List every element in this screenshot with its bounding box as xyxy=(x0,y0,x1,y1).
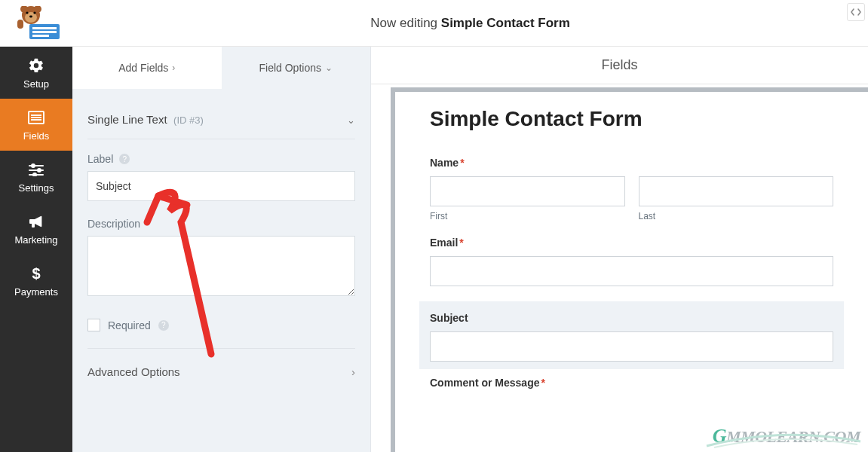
description-input[interactable] xyxy=(87,236,355,296)
label-option-title: Label xyxy=(87,153,113,165)
nav-marketing-label: Marketing xyxy=(14,234,57,246)
form-title: Simple Contact Form xyxy=(430,107,833,131)
nav-setup-label: Setup xyxy=(23,78,49,90)
top-bar: Now editing Simple Contact Form xyxy=(0,0,868,47)
svg-point-21 xyxy=(33,173,36,176)
tab-add-fields[interactable]: Add Fields › xyxy=(72,47,222,89)
nav-setup[interactable]: Setup xyxy=(0,47,72,99)
main-row: Setup Fields Settings xyxy=(0,47,868,452)
preview-frame: Simple Contact Form Name* First Last xyxy=(391,87,868,452)
subject-field-selected[interactable]: Subject xyxy=(419,301,844,369)
subject-label: Subject xyxy=(430,312,468,324)
chevron-down-icon: ⌄ xyxy=(325,63,333,73)
left-nav: Setup Fields Settings xyxy=(0,47,72,452)
email-field[interactable]: Email* xyxy=(430,237,833,286)
svg-point-19 xyxy=(38,169,41,172)
last-name-input[interactable] xyxy=(639,176,834,206)
field-id: (ID #3) xyxy=(173,115,204,126)
subject-input[interactable] xyxy=(430,331,833,362)
first-name-input[interactable] xyxy=(430,176,625,206)
app-logo xyxy=(0,6,72,41)
panel-tabs: Add Fields › Field Options ⌄ xyxy=(72,47,370,89)
field-options-panel: Add Fields › Field Options ⌄ Single Line… xyxy=(72,47,371,452)
help-icon[interactable]: ? xyxy=(158,320,169,331)
svg-rect-11 xyxy=(17,20,23,29)
help-icon[interactable]: ? xyxy=(119,154,130,164)
required-label: Required xyxy=(108,319,151,331)
svg-rect-1 xyxy=(32,27,57,29)
nav-settings[interactable]: Settings xyxy=(0,151,72,203)
nav-marketing[interactable]: Marketing xyxy=(0,203,72,255)
last-sublabel: Last xyxy=(639,211,834,221)
preview-header: Fields xyxy=(371,47,868,84)
comment-field[interactable]: Comment or Message* xyxy=(430,377,833,389)
email-input[interactable] xyxy=(430,256,833,286)
advanced-options-label: Advanced Options xyxy=(87,365,180,378)
required-checkbox[interactable] xyxy=(87,319,100,331)
required-star: * xyxy=(459,237,463,249)
bullhorn-icon xyxy=(28,213,44,230)
first-sublabel: First xyxy=(430,211,625,221)
required-option: Required ? xyxy=(87,316,355,349)
sliders-icon xyxy=(28,161,44,178)
svg-rect-3 xyxy=(32,35,49,37)
svg-point-9 xyxy=(33,11,35,14)
description-option: Description xyxy=(87,218,355,299)
svg-point-10 xyxy=(29,15,32,17)
svg-point-8 xyxy=(26,11,28,14)
embed-code-button[interactable] xyxy=(847,3,865,21)
required-star: * xyxy=(541,377,544,389)
page-title: Now editing Simple Contact Form xyxy=(72,16,868,31)
code-icon xyxy=(851,8,861,16)
svg-text:$: $ xyxy=(32,265,40,282)
gear-icon xyxy=(28,57,44,74)
chevron-down-icon: ⌄ xyxy=(347,115,355,126)
name-field[interactable]: Name* First Last xyxy=(430,157,833,221)
nav-payments-label: Payments xyxy=(14,286,58,298)
editing-prefix: Now editing xyxy=(370,16,437,30)
svg-rect-2 xyxy=(32,31,57,33)
nav-fields[interactable]: Fields xyxy=(0,99,72,151)
comment-label: Comment or Message xyxy=(430,377,539,389)
required-star: * xyxy=(460,157,464,169)
field-type-title: Single Line Text xyxy=(87,113,167,126)
advanced-options-row[interactable]: Advanced Options › xyxy=(87,349,355,392)
chevron-right-icon: › xyxy=(351,365,355,378)
email-label: Email xyxy=(430,237,458,249)
tab-add-fields-label: Add Fields xyxy=(118,62,168,74)
tab-field-options-label: Field Options xyxy=(259,62,321,74)
list-icon xyxy=(28,109,44,126)
form-name: Simple Contact Form xyxy=(441,16,570,30)
chevron-right-icon: › xyxy=(172,63,175,73)
tab-field-options[interactable]: Field Options ⌄ xyxy=(222,47,371,89)
description-option-title: Description xyxy=(87,218,140,230)
preview-column: Fields Simple Contact Form Name* First L… xyxy=(371,47,868,452)
nav-fields-label: Fields xyxy=(23,130,50,142)
name-label: Name xyxy=(430,157,459,169)
svg-point-17 xyxy=(32,164,35,167)
label-option: Label ? xyxy=(87,153,355,201)
nav-settings-label: Settings xyxy=(19,182,54,194)
nav-payments[interactable]: $ Payments xyxy=(0,255,72,307)
panel-body: Single Line Text (ID #3) ⌄ Label ? Descr… xyxy=(72,89,370,392)
dollar-icon: $ xyxy=(28,265,44,282)
bear-logo-icon xyxy=(17,6,63,41)
label-input[interactable] xyxy=(87,171,355,201)
field-header[interactable]: Single Line Text (ID #3) ⌄ xyxy=(87,107,355,139)
